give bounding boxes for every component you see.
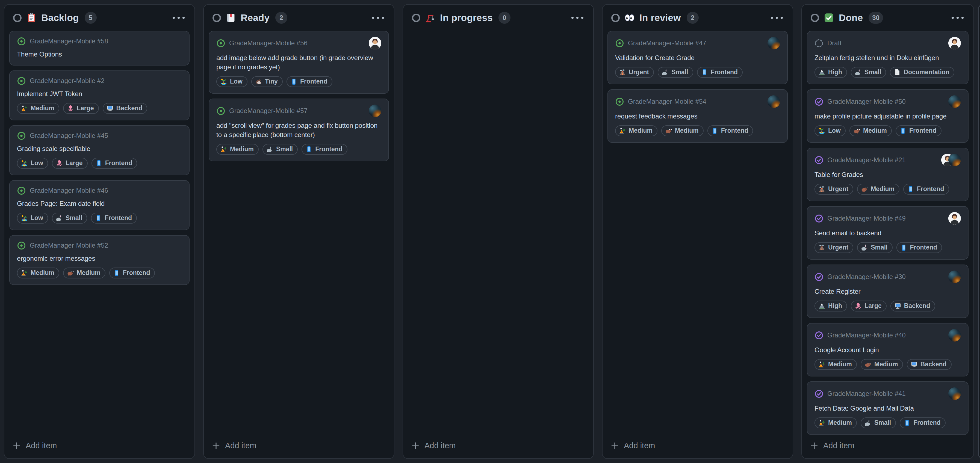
issue-ref[interactable]: GradeManager-Mobile #57 [229, 107, 365, 115]
label-text: Medium [675, 127, 699, 134]
card-header-row: GradeManager-Mobile #40 [815, 329, 961, 341]
issue-ref[interactable]: GradeManager-Mobile #40 [827, 331, 945, 339]
label-pill: Frontend [707, 125, 753, 136]
issue-card[interactable]: GradeManager-Mobile #52 ergonomic error … [9, 235, 189, 285]
closed-issue-icon [815, 331, 824, 340]
issue-card[interactable]: GradeManager-Mobile #46 Grades Page: Exa… [9, 180, 189, 230]
issue-card[interactable]: GradeManager-Mobile #50 make profile pic… [807, 89, 969, 143]
check-icon [824, 13, 834, 23]
issue-card[interactable]: GradeManager-Mobile #45 Grading scale sp… [9, 125, 189, 175]
column-menu-button[interactable] [370, 13, 386, 23]
card-header-row: GradeManager-Mobile #47 [615, 37, 780, 49]
card-list: GradeManager-Mobile #47 Validation for C… [603, 29, 792, 434]
issue-card[interactable]: GradeManager-Mobile #2 Implement JWT Tok… [9, 70, 189, 121]
issue-card[interactable]: GradeManager-Mobile #40 Google Account L… [807, 323, 969, 376]
label-pill: Medium [861, 359, 903, 370]
phone-icon [900, 244, 907, 251]
open-issue-icon [615, 97, 624, 106]
label-text: Frontend [711, 69, 738, 76]
issue-card[interactable]: GradeManager-Mobile #41 Fetch Data: Goog… [807, 381, 969, 434]
label-pill: Small [861, 417, 896, 428]
kebab-menu-icon [781, 17, 783, 19]
assignee-avatar [767, 95, 780, 108]
card-title: Theme Options [17, 50, 182, 59]
add-item-button[interactable]: Add item [603, 434, 792, 458]
issue-card[interactable]: GradeManager-Mobile #47 Validation for C… [608, 31, 788, 84]
issue-ref[interactable]: GradeManager-Mobile #45 [30, 132, 182, 140]
column-menu-button[interactable] [950, 13, 966, 23]
card-title: make profile picture adjustable in profi… [815, 112, 961, 121]
rabbit-icon [662, 69, 669, 76]
label-pill: Documentation [890, 67, 954, 78]
issue-ref[interactable]: GradeManager-Mobile #58 [30, 37, 182, 45]
issue-ref[interactable]: GradeManager-Mobile #21 [827, 156, 937, 164]
issue-ref[interactable]: GradeManager-Mobile #52 [30, 242, 182, 249]
card-list [403, 29, 593, 434]
kebab-menu-icon [956, 17, 959, 19]
label-text: Frontend [105, 214, 132, 221]
board-column-in-progress: In progress 0 Add item [402, 4, 594, 459]
issue-ref[interactable]: GradeManager-Mobile #56 [229, 39, 365, 47]
phone-icon [95, 214, 102, 222]
issue-ref[interactable]: GradeManager-Mobile #46 [30, 187, 182, 195]
column-menu-button[interactable] [170, 13, 187, 23]
issue-ref[interactable]: GradeManager-Mobile #49 [827, 214, 945, 222]
board-column-done: Done 30 Draft Zeitplan fertig stellen un… [801, 4, 974, 459]
assignee-avatar [948, 387, 961, 400]
kebab-menu-icon [382, 17, 384, 19]
issue-ref[interactable]: GradeManager-Mobile #54 [628, 98, 764, 106]
issue-ref[interactable]: GradeManager-Mobile #2 [30, 77, 182, 85]
card-header-row: GradeManager-Mobile #41 [815, 387, 961, 400]
ox-icon [665, 127, 672, 134]
label-text: Frontend [909, 127, 937, 134]
issue-card[interactable]: GradeManager-Mobile #57 add "scroll view… [209, 98, 389, 161]
phone-icon [701, 69, 708, 76]
label-text: Frontend [917, 186, 944, 192]
label-text: Small [671, 69, 688, 76]
avatar-group [767, 37, 780, 49]
add-item-button[interactable]: Add item [204, 434, 394, 458]
closed-issue-icon [815, 214, 824, 223]
card-title: Create Register [815, 287, 961, 296]
issue-ref[interactable]: GradeManager-Mobile #30 [827, 273, 945, 281]
avatar-group [941, 154, 961, 166]
issue-card[interactable]: GradeManager-Mobile #30 Create Register … [807, 265, 969, 318]
label-pill: Medium [216, 144, 259, 155]
issue-card[interactable]: GradeManager-Mobile #54 request feedback… [608, 89, 788, 143]
label-pill: Large [52, 158, 88, 169]
label-text: Documentation [904, 69, 949, 76]
open-issue-icon [17, 241, 26, 250]
issue-ref[interactable]: GradeManager-Mobile #47 [628, 39, 764, 47]
label-pill: Frontend [92, 158, 137, 169]
plus-icon [13, 442, 21, 450]
label-row: UrgentSmallFrontend [615, 67, 780, 78]
issue-ref[interactable]: GradeManager-Mobile #41 [827, 390, 945, 398]
add-item-button[interactable]: Add item [403, 434, 593, 458]
ox-icon [67, 270, 74, 276]
kebab-menu-icon [183, 17, 185, 19]
label-text: Small [65, 214, 82, 221]
issue-card[interactable]: Draft Zeitplan fertig stellen und in Dok… [807, 31, 969, 84]
issue-card[interactable]: GradeManager-Mobile #58 Theme Options [9, 31, 189, 65]
column-menu-button[interactable] [768, 13, 785, 23]
open-issue-icon [17, 37, 26, 46]
add-item-button[interactable]: Add item [802, 434, 974, 458]
plus-icon [212, 442, 220, 450]
card-title: ergonomic error messages [17, 254, 182, 263]
label-pill: Medium [615, 125, 657, 136]
volcano-icon [619, 69, 626, 76]
issue-card[interactable]: GradeManager-Mobile #49 Send email to ba… [807, 206, 969, 260]
column-menu-button[interactable] [569, 13, 585, 23]
column-status-circle-icon [412, 14, 420, 22]
add-item-button[interactable]: Add item [4, 434, 194, 458]
column-header: In review 2 [603, 5, 792, 29]
kebab-menu-icon [776, 17, 778, 19]
issue-ref[interactable]: GradeManager-Mobile #50 [827, 98, 945, 106]
issue-card[interactable]: GradeManager-Mobile #21 Table for Grades… [807, 148, 969, 201]
volcano-icon [818, 186, 826, 193]
issue-ref[interactable]: Draft [827, 39, 945, 47]
label-pill: Medium [850, 125, 892, 136]
issue-card[interactable]: GradeManager-Mobile #56 add image below … [209, 31, 389, 94]
card-title: Grades Page: Exam date field [17, 199, 182, 208]
avatar-group [948, 271, 961, 283]
